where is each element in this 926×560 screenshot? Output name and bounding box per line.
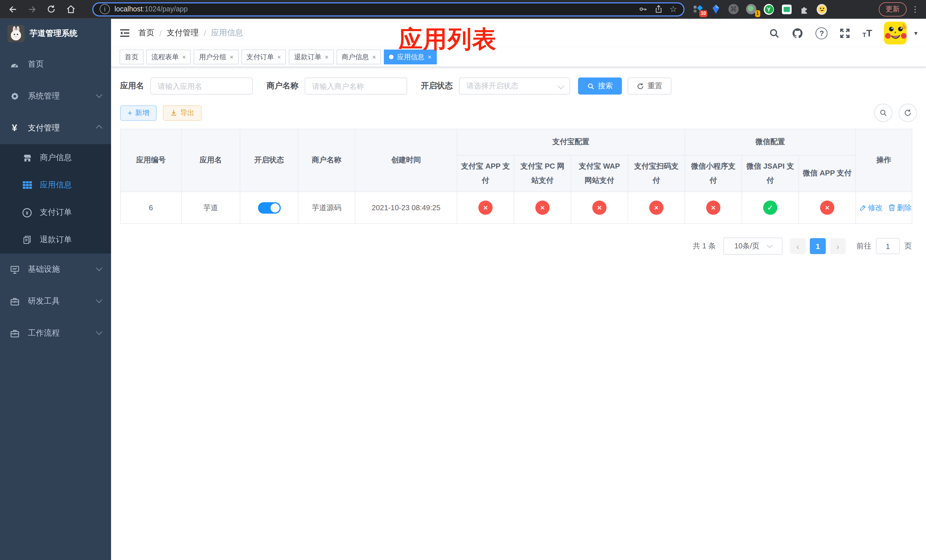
tab-user-group[interactable]: 用户分组×: [194, 50, 239, 64]
breadcrumb: 首页 / 支付管理 / 应用信息: [138, 28, 243, 38]
avatar-caret-icon[interactable]: ▾: [914, 29, 917, 37]
column-group-wechat: 微信配置: [685, 129, 856, 155]
delete-button[interactable]: 删除: [888, 203, 912, 213]
sidebar-item-merchant-info[interactable]: 商户信息: [0, 144, 111, 171]
active-dot: [389, 55, 393, 59]
sidebar-item-home[interactable]: 首页: [0, 48, 111, 80]
password-key-icon[interactable]: [638, 5, 647, 14]
column-header-wechat-mini: 微信小程序支付: [685, 155, 742, 192]
goto-page-input[interactable]: [876, 238, 900, 254]
close-icon[interactable]: ×: [182, 53, 186, 61]
help-icon[interactable]: ?: [816, 27, 828, 39]
sidebar-item-app-info[interactable]: 应用信息: [0, 171, 111, 199]
browser-toolbar: i localhost:1024/pay/app ☆ 10 ⌘: [0, 0, 926, 19]
column-header-status: 开启状态: [240, 129, 298, 192]
sidebar-logo[interactable]: 芋道管理系统: [0, 19, 111, 48]
sidebar-item-workflow[interactable]: 工作流程: [0, 317, 111, 349]
column-header-alipay-pc: 支付宝 PC 网站支付: [514, 155, 571, 192]
tab-merchant-info[interactable]: 商户信息×: [337, 50, 381, 64]
merchant-name-input[interactable]: [305, 77, 407, 95]
extension-recorder-icon[interactable]: 1: [746, 4, 756, 14]
close-icon[interactable]: ×: [325, 53, 328, 61]
bookmark-star-icon[interactable]: ☆: [669, 4, 677, 14]
breadcrumb-current: 应用信息: [211, 28, 243, 38]
tags-view-bar: 首页 流程表单× 用户分组× 支付订单× 退款订单× 商户信息× 应用信息×: [111, 47, 926, 67]
breadcrumb-home[interactable]: 首页: [138, 28, 154, 38]
chrome-update-button[interactable]: 更新: [879, 2, 906, 16]
close-icon[interactable]: ×: [372, 53, 376, 61]
refresh-button[interactable]: [899, 104, 917, 122]
reload-icon[interactable]: [44, 2, 58, 16]
annotation-title: 应用列表: [399, 23, 496, 55]
chevron-down-icon: [96, 328, 103, 335]
reset-button[interactable]: 重置: [628, 77, 672, 95]
close-icon[interactable]: ×: [230, 53, 233, 61]
tab-process-form[interactable]: 流程表单×: [146, 50, 191, 64]
extensions-row: 10 ⌘ 1 Y: [693, 4, 827, 14]
sidebar-collapse-icon[interactable]: [120, 29, 130, 38]
tab-home[interactable]: 首页: [120, 50, 144, 64]
address-bar[interactable]: i localhost:1024/pay/app ☆: [92, 2, 684, 16]
forward-icon[interactable]: [25, 2, 39, 16]
app-name-input[interactable]: [150, 77, 253, 95]
page-number-1[interactable]: 1: [810, 238, 826, 254]
status-circle-icon: ×: [478, 201, 493, 215]
cell-name: 芋道: [182, 192, 240, 224]
extensions-puzzle-icon[interactable]: [799, 4, 809, 14]
url-text[interactable]: localhost:1024/pay/app: [115, 5, 188, 13]
prev-page-button[interactable]: ‹: [790, 238, 806, 254]
site-info-icon[interactable]: i: [100, 4, 110, 14]
cell-id: 6: [121, 192, 182, 224]
svg-text:¥: ¥: [26, 210, 29, 216]
sidebar-item-refund-order[interactable]: 退款订单: [0, 226, 111, 254]
export-button[interactable]: 导出: [163, 105, 201, 121]
tab-pay-order[interactable]: 支付订单×: [242, 50, 286, 64]
chevron-down-icon: [558, 83, 564, 89]
search-button[interactable]: 搜索: [578, 77, 622, 95]
tab-refund-order[interactable]: 退款订单×: [289, 50, 334, 64]
sidebar-item-infrastructure[interactable]: 基础设施: [0, 254, 111, 285]
page-size-select[interactable]: 10条/页: [723, 238, 782, 255]
sidebar-item-payment[interactable]: ¥ 支付管理: [0, 112, 111, 144]
share-icon[interactable]: [654, 5, 663, 14]
user-avatar[interactable]: [884, 22, 907, 44]
extension-chat-icon[interactable]: [781, 4, 791, 14]
sidebar-item-devtools[interactable]: 研发工具: [0, 285, 111, 317]
font-size-icon[interactable]: TT: [862, 28, 872, 38]
header-search-icon[interactable]: [769, 28, 780, 38]
extension-y-icon[interactable]: Y: [764, 4, 774, 14]
back-icon[interactable]: [6, 2, 20, 16]
extension-kite-icon[interactable]: [711, 4, 721, 14]
home-icon[interactable]: [64, 2, 77, 16]
browser-menu-icon[interactable]: ⋮: [911, 5, 919, 14]
close-icon[interactable]: ×: [277, 53, 281, 61]
enabled-switch[interactable]: [258, 202, 280, 213]
breadcrumb-section[interactable]: 支付管理: [167, 28, 199, 38]
extension-diamond-icon[interactable]: 10: [693, 4, 703, 14]
chevron-up-icon: [96, 125, 103, 132]
fullscreen-icon[interactable]: [840, 28, 850, 38]
app-name-label: 应用名: [120, 81, 144, 91]
status-select[interactable]: 请选择开启状态: [459, 77, 570, 95]
column-header-actions: 操作: [856, 129, 912, 192]
storefront-icon: [22, 153, 32, 162]
sidebar-item-system[interactable]: 系统管理: [0, 80, 111, 112]
status-circle-icon: ×: [706, 201, 720, 215]
document-icon: [22, 235, 32, 244]
toggle-search-button[interactable]: [874, 104, 893, 122]
monitor-icon: [10, 265, 20, 274]
yen-circle-icon: ¥: [22, 207, 32, 217]
gear-icon: [10, 92, 20, 101]
add-button[interactable]: +新增: [120, 105, 157, 121]
edit-button[interactable]: 修改: [859, 203, 883, 213]
status-circle-icon: ×: [820, 201, 834, 215]
page-content: 应用名 商户名称 开启状态 请选择开启状态 搜索 重置: [111, 67, 926, 560]
sidebar: 芋道管理系统 首页 系统管理 ¥ 支付管理: [0, 19, 111, 560]
goto-label: 前往: [856, 241, 872, 251]
column-header-id: 应用编号: [121, 129, 182, 192]
profile-avatar-icon[interactable]: [817, 4, 827, 14]
extension-command-icon[interactable]: ⌘: [728, 4, 738, 14]
next-page-button[interactable]: ›: [830, 238, 846, 254]
github-icon[interactable]: [792, 27, 804, 39]
sidebar-item-pay-order[interactable]: ¥ 支付订单: [0, 199, 111, 226]
